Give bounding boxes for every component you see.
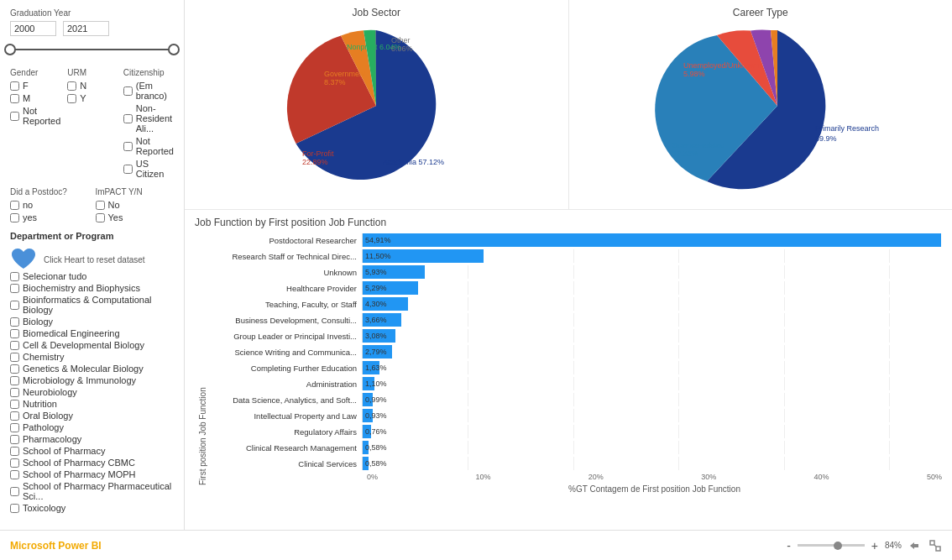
bar-row: Business Development, Consulti...3,66% [211, 313, 942, 327]
cit-nr-checkbox[interactable] [123, 142, 133, 151]
bar-row: Clinical Services0,58% [211, 457, 942, 470]
dept-cb-11[interactable] [10, 411, 19, 421]
dept-item-6[interactable]: Chemistry [10, 352, 174, 362]
expand-icon[interactable] [928, 539, 942, 552]
cit-em-checkbox[interactable] [123, 86, 133, 96]
bar-fill: 5,29% [363, 281, 418, 295]
x-tick-2: 20% [588, 473, 604, 481]
postdoc-impact-row: Did a Postdoc? no yes ImPACT Y/N No Yes [10, 187, 174, 222]
cit-us-row[interactable]: US Citizen [123, 159, 174, 179]
job-sector-title: Job Sector [195, 7, 558, 18]
y-axis-label: First position Job Function [195, 233, 211, 485]
cit-nr-row[interactable]: Not Reported [123, 136, 174, 156]
cit-nr2-row[interactable]: Non-Resident Ali... [123, 103, 174, 133]
year-slider[interactable] [10, 41, 174, 58]
dept-cb-12[interactable] [10, 423, 19, 432]
job-function-chart: Job Function by First position Job Funct… [185, 210, 952, 530]
year-min-input[interactable] [10, 21, 56, 36]
dept-item-10[interactable]: Nutrition [10, 399, 174, 409]
postdoc-yes-row[interactable]: yes [10, 212, 89, 222]
dept-item-15[interactable]: School of Pharmacy CBMC [10, 458, 174, 468]
dept-item-2[interactable]: Bioinformatics & Computational Biology [10, 295, 174, 315]
zoom-slider[interactable] [798, 544, 865, 547]
bar-fill: 0,93% [363, 409, 373, 422]
year-max-input[interactable] [63, 21, 109, 36]
urm-y-checkbox[interactable] [67, 94, 76, 103]
impact-yes-checkbox[interactable] [96, 213, 105, 222]
urm-n-checkbox[interactable] [67, 81, 76, 91]
dept-cb-17[interactable] [10, 487, 19, 496]
impact-checkboxes: No Yes [96, 200, 175, 222]
heart-icon[interactable] [10, 248, 37, 271]
bar-fill: 1,63% [363, 361, 379, 374]
dept-item-18[interactable]: Toxicology [10, 503, 174, 513]
slider-thumb-right[interactable] [168, 44, 180, 55]
bar-row: Intellectual Property and Law0,93% [211, 409, 942, 422]
gender-label: Gender [10, 68, 60, 77]
dept-cb-1[interactable] [10, 284, 19, 293]
zoom-minus-btn[interactable]: - [783, 539, 794, 552]
dept-item-0[interactable]: Selecionar tudo [10, 271, 174, 281]
gender-m-row[interactable]: M [10, 93, 60, 103]
dept-cb-9[interactable] [10, 388, 19, 397]
impact-no-checkbox[interactable] [96, 201, 105, 210]
dept-item-4[interactable]: Biomedical Engineering [10, 328, 174, 338]
gender-nr-checkbox[interactable] [10, 112, 19, 121]
dept-item-3[interactable]: Biology [10, 317, 174, 327]
urm-n-row[interactable]: N [67, 81, 116, 91]
postdoc-no-row[interactable]: no [10, 200, 89, 210]
main-container: Graduation Year Gender F [0, 0, 952, 560]
urm-label: URM [67, 68, 116, 77]
bar-fill: 4,30% [363, 297, 408, 311]
dept-cb-6[interactable] [10, 353, 19, 362]
heart-label: Click Heart to reset dataset [44, 255, 145, 264]
impact-label: ImPACT Y/N [96, 187, 175, 196]
bar-track: 0,76% [362, 425, 942, 438]
dept-item-16[interactable]: School of Pharmacy MOPH [10, 469, 174, 479]
dept-cb-5[interactable] [10, 341, 19, 350]
dept-cb-8[interactable] [10, 376, 19, 385]
dept-cb-14[interactable] [10, 447, 19, 456]
dept-item-8[interactable]: Microbiology & Immunology [10, 375, 174, 385]
cit-em-row[interactable]: (Em branco) [123, 81, 174, 101]
dept-cb-15[interactable] [10, 458, 19, 468]
dept-item-7[interactable]: Genetics & Molecular Biology [10, 364, 174, 374]
power-bi-link[interactable]: Microsoft Power BI [10, 540, 102, 552]
dept-cb-7[interactable] [10, 364, 19, 374]
gender-m-checkbox[interactable] [10, 94, 19, 103]
dept-cb-13[interactable] [10, 435, 19, 444]
career-type-pie: Primarily Research 69.9% Science-related… [579, 22, 943, 190]
dept-item-11[interactable]: Oral Biology [10, 411, 174, 421]
share-icon[interactable] [908, 539, 922, 552]
urm-y-row[interactable]: Y [67, 93, 116, 103]
gender-f-checkbox[interactable] [10, 81, 19, 91]
dept-cb-2[interactable] [10, 301, 19, 310]
dept-cb-3[interactable] [10, 317, 19, 327]
dept-item-17[interactable]: School of Pharmacy Pharmaceutical Sci... [10, 481, 174, 501]
impact-yes-row[interactable]: Yes [96, 212, 175, 222]
dept-item-14[interactable]: School of Pharmacy [10, 446, 174, 456]
zoom-handle[interactable] [834, 542, 842, 550]
postdoc-yes-checkbox[interactable] [10, 213, 19, 222]
impact-no-row[interactable]: No [96, 200, 175, 210]
slider-thumb-left[interactable] [4, 44, 16, 55]
postdoc-no-checkbox[interactable] [10, 201, 19, 210]
cit-us-checkbox[interactable] [123, 165, 133, 174]
dept-cb-0[interactable] [10, 272, 19, 281]
dept-item-9[interactable]: Neurobiology [10, 387, 174, 397]
gender-f-row[interactable]: F [10, 81, 60, 91]
bar-row: Science Writing and Communica...2,79% [211, 345, 942, 359]
dept-item-1[interactable]: Biochemistry and Biophysics [10, 283, 174, 293]
dept-item-5[interactable]: Cell & Developmental Biology [10, 340, 174, 350]
cit-em-label: (Em branco) [136, 81, 174, 101]
dept-cb-10[interactable] [10, 400, 19, 409]
dept-cb-4[interactable] [10, 329, 19, 338]
dept-item-12[interactable]: Pathology [10, 422, 174, 432]
gender-nr-row[interactable]: Not Reported [10, 106, 60, 126]
cit-nr2-checkbox[interactable] [123, 114, 133, 123]
zoom-plus-btn[interactable]: + [868, 539, 881, 552]
dept-cb-18[interactable] [10, 504, 19, 513]
dept-cb-16[interactable] [10, 470, 19, 479]
charts-top: Job Sector [185, 0, 952, 210]
dept-item-13[interactable]: Pharmacology [10, 434, 174, 444]
